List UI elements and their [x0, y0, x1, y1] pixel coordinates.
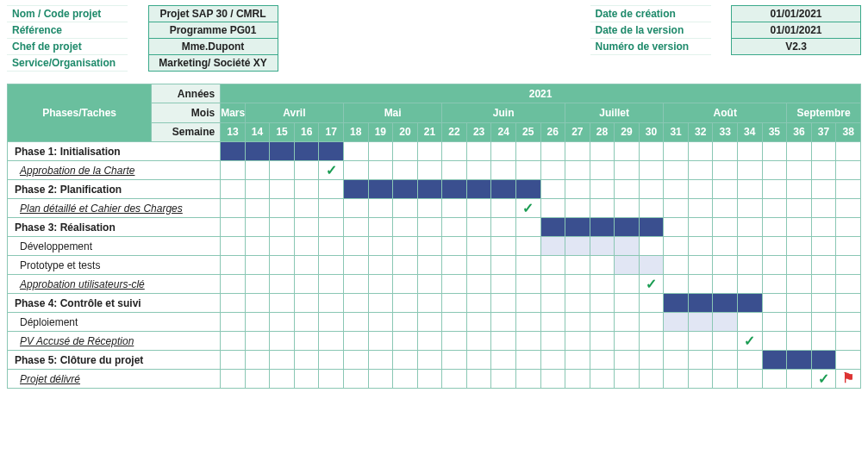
gantt-cell [713, 199, 738, 218]
gantt-cell [639, 142, 664, 161]
gantt-cell [565, 237, 590, 256]
gantt-cell [491, 351, 516, 370]
gantt-cell [811, 294, 836, 313]
gantt-cell [787, 237, 812, 256]
gantt-cell [368, 142, 393, 161]
gantt-cell [787, 218, 812, 237]
axis-week: 27 [565, 122, 590, 141]
gantt-cell [664, 313, 689, 332]
gantt-cell [417, 218, 442, 237]
gantt-cell [466, 332, 491, 351]
gantt-cell [762, 351, 787, 370]
gantt-cell [491, 142, 516, 161]
gantt-cell [836, 275, 861, 294]
gantt-cell: ✓ [319, 161, 344, 180]
gantt-cell [664, 332, 689, 351]
gantt-cell [615, 370, 640, 389]
gantt-cell [811, 275, 836, 294]
subtask-label: Développement [8, 237, 221, 256]
gantt-cell [565, 294, 590, 313]
gantt-cell [615, 275, 640, 294]
gantt-cell [713, 313, 738, 332]
gantt-cell [540, 199, 565, 218]
gantt-cell [245, 313, 270, 332]
gantt-cell [270, 142, 295, 161]
gantt-cell [565, 332, 590, 351]
gantt-cell [344, 275, 369, 294]
info-label: Date de la version [590, 22, 711, 39]
gantt-cell [639, 256, 664, 275]
gantt-cell [540, 370, 565, 389]
gantt-cell [270, 351, 295, 370]
check-icon: ✓ [646, 278, 657, 290]
gantt-cell [787, 351, 812, 370]
gantt-cell [466, 237, 491, 256]
gantt-cell [787, 275, 812, 294]
gantt-cell [466, 294, 491, 313]
gantt-cell [417, 370, 442, 389]
axis-week: 31 [664, 122, 689, 141]
gantt-cell [491, 180, 516, 199]
gantt-cell [221, 218, 246, 237]
axis-month: Septembre [787, 103, 861, 122]
gantt-cell [294, 199, 319, 218]
check-icon: ✓ [744, 335, 755, 347]
check-icon: ✓ [818, 373, 829, 385]
gantt-cell [466, 161, 491, 180]
gantt-cell [393, 161, 418, 180]
axis-week: 17 [319, 122, 344, 141]
gantt-row: PV Accusé de Réception✓ [8, 332, 861, 351]
gantt-cell [393, 218, 418, 237]
gantt-cell [417, 142, 442, 161]
gantt-cell [515, 180, 540, 199]
gantt-cell [836, 142, 861, 161]
axis-weeks-label: Semaine [151, 123, 220, 141]
gantt-cell [417, 313, 442, 332]
gantt-cell [368, 161, 393, 180]
gantt-cell [515, 256, 540, 275]
gantt-cell [368, 332, 393, 351]
gantt-cell [245, 332, 270, 351]
gantt-cell [688, 370, 713, 389]
milestone-label: Approbation utilisateurs-clé [8, 275, 221, 294]
gantt-cell [738, 180, 763, 199]
gantt-cell [738, 275, 763, 294]
gantt-cell [491, 161, 516, 180]
gantt-cell [565, 256, 590, 275]
gantt-cell: ✓ [811, 370, 836, 389]
gantt-cell [294, 370, 319, 389]
gantt-row: Phase 2: Planification [8, 180, 861, 199]
axis-month: Août [664, 103, 787, 122]
gantt-cell [787, 180, 812, 199]
phase-label: Phase 5: Clôture du projet [8, 351, 221, 370]
gantt-cell [270, 294, 295, 313]
gantt-cell [417, 161, 442, 180]
gantt-cell [713, 218, 738, 237]
gantt-cell [442, 275, 467, 294]
gantt-cell [393, 180, 418, 199]
gantt-cell [688, 237, 713, 256]
gantt-cell [368, 351, 393, 370]
gantt-cell [639, 161, 664, 180]
info-value: Mme.Dupont [148, 39, 278, 55]
gantt-cell [590, 351, 615, 370]
gantt-cell [368, 180, 393, 199]
axis-week: 35 [762, 122, 787, 141]
gantt-cell [565, 275, 590, 294]
gantt-cell [417, 294, 442, 313]
axis-week: 30 [639, 122, 664, 141]
gantt-cell [836, 256, 861, 275]
gantt-cell [417, 180, 442, 199]
gantt-cell [590, 313, 615, 332]
gantt-cell [393, 199, 418, 218]
info-value: 01/01/2021 [732, 6, 861, 22]
gantt-cell [787, 161, 812, 180]
gantt-cell [787, 256, 812, 275]
gantt-cell [466, 180, 491, 199]
gantt-cell [442, 218, 467, 237]
gantt-cell [565, 142, 590, 161]
gantt-cell [738, 237, 763, 256]
gantt-cell [319, 218, 344, 237]
gantt-cell [811, 161, 836, 180]
gantt-cell [294, 161, 319, 180]
